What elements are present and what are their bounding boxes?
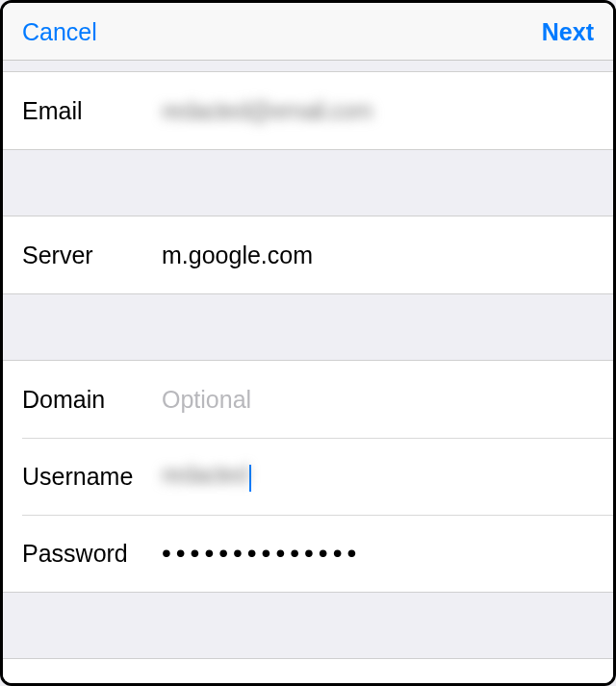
password-label: Password	[22, 540, 162, 568]
password-field[interactable]: ••••••••••••••	[162, 538, 594, 569]
username-field[interactable]: redacted	[162, 461, 251, 493]
description-group: Description Exchange AppleToolBox	[3, 659, 613, 686]
navbar: Cancel Next	[3, 3, 613, 61]
domain-field[interactable]	[162, 386, 594, 414]
username-value: redacted	[162, 461, 247, 488]
section-gap	[3, 293, 613, 361]
username-label: Username	[22, 463, 162, 491]
username-row[interactable]: Username redacted	[3, 438, 613, 515]
email-group: Email redacted@email.com	[3, 72, 613, 149]
cancel-button[interactable]: Cancel	[22, 18, 97, 46]
next-button[interactable]: Next	[542, 18, 594, 46]
email-label: Email	[22, 97, 162, 125]
email-field[interactable]: redacted@email.com	[162, 97, 594, 125]
server-field[interactable]: m.google.com	[162, 241, 594, 269]
domain-label: Domain	[22, 386, 162, 414]
section-gap	[3, 61, 613, 72]
credentials-group: Domain Username redacted Password ••••••…	[3, 361, 613, 592]
server-label: Server	[22, 241, 162, 269]
server-row[interactable]: Server m.google.com	[3, 216, 613, 293]
description-row[interactable]: Description Exchange AppleToolBox	[3, 659, 613, 686]
password-row[interactable]: Password ••••••••••••••	[3, 515, 613, 592]
text-cursor	[249, 465, 251, 492]
section-gap	[3, 149, 613, 216]
section-gap	[3, 592, 613, 659]
server-group: Server m.google.com	[3, 216, 613, 293]
email-row[interactable]: Email redacted@email.com	[3, 72, 613, 149]
domain-row[interactable]: Domain	[3, 361, 613, 438]
